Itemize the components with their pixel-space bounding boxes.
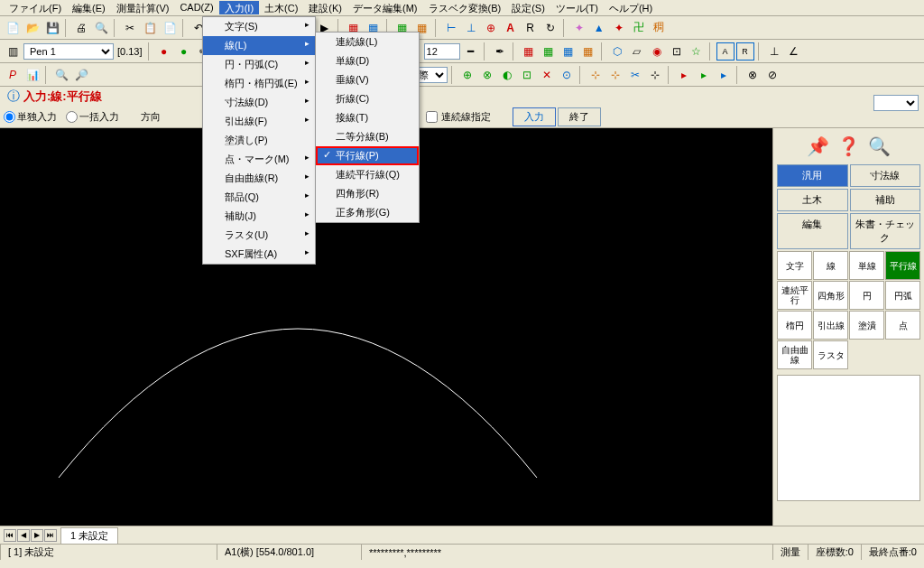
help-icon[interactable]: ❓ [836,135,862,161]
menu-item-10[interactable]: 補助(J) [203,207,315,226]
new-icon[interactable]: 📄 [4,19,22,37]
tool-四角形[interactable]: 四角形 [813,281,848,310]
ortho-icon[interactable]: ⊥ [765,42,783,61]
tool-ラスタ[interactable]: ラスタ [813,340,848,369]
save-icon[interactable]: 💾 [43,19,61,37]
submenu-item-4[interactable]: 接線(T) [316,108,419,127]
menu-item-12[interactable]: SXF属性(A) [203,245,315,264]
pen-combo[interactable]: Pen 1 [23,43,114,60]
tool-連続平行[interactable]: 連続平行 [777,281,812,310]
side-tab-土木[interactable]: 土木 [777,189,848,211]
side-tab-朱書・チェック[interactable]: 朱書・チェック [850,213,921,249]
size-input[interactable] [424,43,460,60]
tab-next-icon[interactable]: ▶ [31,529,43,542]
text-a-icon[interactable]: A [502,19,520,37]
submenu-item-3[interactable]: 折線(C) [316,89,419,108]
end-button[interactable]: 終了 [558,107,601,126]
m1-icon[interactable]: ▸ [675,66,693,84]
menu-item-11[interactable]: ラスタ(U) [203,226,315,245]
continuous-checkbox[interactable]: 連続線指定 [426,110,491,124]
radio-batch[interactable]: 一括入力 [66,110,119,124]
tool-楕円[interactable]: 楕円 [777,311,812,340]
edit1-icon[interactable]: ⊹ [587,66,605,84]
box-r-icon[interactable]: R [736,42,754,61]
snap3-icon[interactable]: ◐ [498,66,516,84]
tool-f-icon[interactable]: ▲ [590,19,608,37]
line-style-icon[interactable]: ━ [462,42,480,61]
snap4-icon[interactable]: ⊡ [518,66,536,84]
tool-e-icon[interactable]: ✦ [570,19,588,37]
shape4-icon[interactable]: ⊡ [668,42,686,61]
tool-点[interactable]: 点 [885,311,920,340]
tool-円弧[interactable]: 円弧 [885,281,920,310]
menu-データ編集[interactable]: データ編集(M) [347,1,423,14]
menu-ラスベク変換[interactable]: ラスベク変換(B) [423,1,507,14]
layer-icon[interactable]: ▥ [4,42,22,61]
tab-prev-icon[interactable]: ◀ [17,529,30,542]
preview-icon[interactable]: 🔍 [92,19,110,37]
color2-icon[interactable]: ● [175,42,193,61]
print-icon[interactable]: 🖨 [72,19,90,37]
menu-ツール[interactable]: ツール(T) [550,1,604,14]
eyedrop-icon[interactable]: ✒ [491,42,509,61]
replace-icon[interactable]: 🔎 [72,66,90,84]
tool-文字[interactable]: 文字 [777,251,812,280]
side-tab-汎用[interactable]: 汎用 [777,164,848,187]
snap1-icon[interactable]: ⊕ [458,66,476,84]
side-tab-寸法線[interactable]: 寸法線 [850,164,921,187]
submenu-item-5[interactable]: 二等分線(B) [316,127,419,146]
menu-測量計算[interactable]: 測量計算(V) [111,1,175,14]
text-r-icon[interactable]: R [522,19,540,37]
input-button[interactable]: 入力 [513,107,556,126]
zoom-icon[interactable]: 🔍 [867,135,892,161]
box-a-icon[interactable]: A [716,42,735,61]
side-tab-補助[interactable]: 補助 [850,189,921,211]
menu-土木[interactable]: 土木(C) [259,1,303,14]
menu-item-7[interactable]: 点・マーク(M) [203,150,315,169]
menu-item-1[interactable]: 線(L) [203,36,315,55]
menu-ヘルプ[interactable]: ヘルプ(H) [604,1,658,14]
edit4-icon[interactable]: ⊹ [646,66,664,84]
submenu-item-1[interactable]: 単線(D) [316,51,419,70]
open-icon[interactable]: 📂 [23,19,42,37]
tool-g-icon[interactable]: ✦ [610,19,628,37]
cut-icon[interactable]: ✂ [121,19,139,37]
tool-円[interactable]: 円 [849,281,884,310]
menu-item-9[interactable]: 部品(Q) [203,188,315,207]
dim-h-icon[interactable]: ⊢ [442,19,460,37]
snap2-icon[interactable]: ⊗ [478,66,496,84]
snap-icon[interactable]: ⊕ [482,19,500,37]
copy-icon[interactable]: 📋 [141,19,159,37]
menu-ファイル[interactable]: ファイル(F) [4,1,67,14]
x1-icon[interactable]: ⊗ [744,66,762,84]
submenu-item-2[interactable]: 垂線(V) [316,70,419,89]
x2-icon[interactable]: ⊘ [763,66,781,84]
angle-icon[interactable]: ∠ [785,42,803,61]
grid1-icon[interactable]: ▦ [520,42,538,61]
submenu-item-6[interactable]: 平行線(P) [316,146,419,165]
menu-item-5[interactable]: 引出線(F) [203,112,315,131]
paste-icon[interactable]: 📄 [161,19,179,37]
submenu-item-7[interactable]: 連続平行線(Q) [316,165,419,184]
shape2-icon[interactable]: ▱ [628,42,646,61]
grid2-icon[interactable]: ▦ [540,42,558,61]
menu-設定[interactable]: 設定(S) [506,1,550,14]
tool-塗潰[interactable]: 塗潰 [849,311,884,340]
shape1-icon[interactable]: ⬡ [608,42,626,61]
m2-icon[interactable]: ▸ [695,66,713,84]
edit2-icon[interactable]: ⊹ [606,66,624,84]
m3-icon[interactable]: ▸ [715,66,733,84]
shape5-icon[interactable]: ☆ [688,42,706,61]
tool-h-icon[interactable]: 卍 [630,19,648,37]
tool-線[interactable]: 線 [813,251,848,280]
submenu-item-0[interactable]: 連続線(L) [316,33,419,51]
menu-item-8[interactable]: 自由曲線(R) [203,169,315,188]
grid3-icon[interactable]: ▦ [559,42,578,61]
tab-last-icon[interactable]: ⏭ [44,529,57,542]
menu-編集[interactable]: 編集(E) [67,1,111,14]
submenu-item-8[interactable]: 四角形(R) [316,184,419,203]
tool-引出線[interactable]: 引出線 [813,311,848,340]
menu-item-2[interactable]: 円・円弧(C) [203,55,315,74]
menu-item-4[interactable]: 寸法線(D) [203,93,315,112]
color1-icon[interactable]: ● [155,42,173,61]
